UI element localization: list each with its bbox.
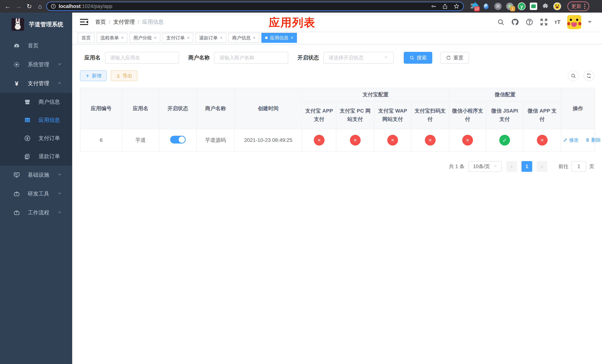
close-icon[interactable]: × [253,35,256,40]
sidebar-item-system[interactable]: 系统管理 [0,55,72,74]
close-icon[interactable]: × [121,35,124,40]
sidebar-item-app-info[interactable]: 应用信息 [0,111,72,129]
browser-home-button[interactable]: ⌂ [35,2,44,11]
tab-home[interactable]: 首页 [78,33,94,43]
extension-pin-icon[interactable] [482,2,490,10]
page-number-active[interactable]: 1 [521,161,532,172]
close-icon[interactable]: × [220,35,223,40]
extension-camera-icon[interactable]: 1 [506,2,514,10]
sidebar-item-merchant-info[interactable]: 商户信息 [0,93,72,111]
extension-tampermonkey-icon[interactable]: 10 [470,2,478,10]
help-icon[interactable] [526,18,533,26]
next-page-button[interactable]: › [537,161,547,172]
cell-merchant: 芋道源码 [197,129,234,151]
plus-icon [85,73,90,78]
channel-status-icon[interactable]: × [350,135,361,146]
channel-status-icon[interactable]: ✓ [499,135,510,146]
user-avatar[interactable] [567,15,581,29]
github-icon[interactable] [511,18,519,26]
extension-emoji-icon[interactable] [553,2,561,10]
cell-wechat-app: × [523,129,561,151]
merchant-name-input[interactable] [214,52,288,64]
browser-back-button[interactable]: ← [3,2,12,11]
channel-status-icon[interactable]: × [537,135,548,146]
channel-status-icon[interactable]: × [462,135,473,146]
sidebar-item-home[interactable]: 首页 [0,36,72,55]
search-icon[interactable] [497,18,505,26]
reset-button[interactable]: 重置 [441,52,469,64]
yen-icon: ¥ [13,80,20,87]
goto-page-input[interactable] [571,161,586,172]
user-menu-caret-icon[interactable] [588,21,592,23]
sidebar-item-workflow[interactable]: 工作流程 [0,203,72,222]
tab-refund-order[interactable]: 退款订单× [195,33,226,43]
tab-app-info-active[interactable]: 应用信息× [261,33,297,43]
document-icon [24,153,31,160]
browser-forward-button[interactable]: → [14,2,23,11]
edit-button[interactable]: 修改 [563,137,579,143]
cell-status [159,129,197,151]
site-info-icon[interactable] [51,3,56,9]
status-toggle[interactable] [170,136,186,143]
chevron-down-icon [57,191,62,197]
sidebar-item-dev-tools[interactable]: 研发工具 [0,184,72,203]
col-alipay-pc: 支付宝 PC 网站支付 [336,101,374,129]
address-bar[interactable]: localhost:1024/pay/app [46,2,464,11]
extension-yudao-icon[interactable]: y [518,2,526,10]
col-status: 开启状态 [159,88,197,129]
channel-status-icon[interactable]: × [314,135,324,146]
breadcrumb-home[interactable]: 首页 [95,18,106,26]
col-alipay-qr: 支付宝扫码支付 [411,101,449,129]
tags-view-bar: 首页 流程表单× 用户分组× 支付订单× 退款订单× 商户信息× 应用信息× [72,32,602,44]
col-alipay-wap: 支付宝 WAP 网站支付 [374,101,411,129]
trash-icon [585,138,590,142]
channel-status-icon[interactable]: × [387,135,398,146]
refresh-table-button[interactable] [583,70,594,81]
close-icon[interactable]: × [187,35,190,40]
extension-chat-icon[interactable] [530,2,538,10]
prev-page-button[interactable]: ‹ [506,161,517,172]
yen-circle-icon [24,135,31,142]
bookmark-star-icon[interactable] [453,3,460,9]
search-button[interactable]: 搜索 [404,52,432,64]
tab-user-group[interactable]: 用户分组× [129,33,160,43]
extensions-puzzle-icon[interactable] [541,2,549,10]
col-wechat-app: 微信 APP 支付 [523,101,561,129]
password-key-icon[interactable] [430,3,437,9]
app-logo-row[interactable]: 芋道管理系统 [0,13,72,36]
breadcrumb-pay[interactable]: 支付管理 [113,18,135,26]
search-icon [570,73,576,78]
cell-actions: 修改 删除 [561,129,595,151]
sidebar-item-pay[interactable]: ¥ 支付管理 [0,74,72,93]
font-size-icon[interactable]: ᴛT [554,19,560,25]
browser-reload-button[interactable]: ↻ [25,2,34,11]
page-size-select[interactable]: 10条/页 [469,161,502,172]
extension-command-icon[interactable]: ⌘ [494,2,502,10]
share-icon[interactable] [442,3,448,9]
cell-alipay-qr: × [411,129,449,151]
browser-menu-icon[interactable] [584,4,585,9]
channel-status-icon[interactable]: × [425,135,436,146]
close-icon[interactable]: × [291,35,293,40]
url-text[interactable]: localhost:1024/pay/app [59,3,425,9]
page-content: 应用名 商户名称 开启状态 请选择开启状态 搜索 [72,44,602,364]
status-select[interactable]: 请选择开启状态 [323,52,394,64]
sidebar-item-refund-order[interactable]: 退款订单 [0,147,72,166]
collapse-sidebar-icon[interactable] [80,19,88,25]
browser-update-button[interactable]: 更新 [567,1,589,11]
cell-alipay-wap: × [374,129,411,151]
app-name-input[interactable] [105,52,179,64]
sidebar: 芋道管理系统 首页 系统管理 [0,13,72,364]
close-icon[interactable]: × [154,35,157,40]
toggle-search-button[interactable] [568,70,579,81]
add-button[interactable]: 新增 [80,70,107,81]
tab-pay-order[interactable]: 支付订单× [162,33,193,43]
fullscreen-icon[interactable] [540,18,548,26]
sidebar-item-pay-order[interactable]: 支付订单 [0,129,72,147]
group-wechat-config: 微信配置 [449,88,561,101]
export-button[interactable]: 导出 [111,70,137,81]
tab-process-form[interactable]: 流程表单× [97,33,127,43]
delete-button[interactable]: 删除 [585,137,601,143]
tab-merchant-info[interactable]: 商户信息× [228,33,259,43]
sidebar-item-infra[interactable]: 基础设施 [0,166,72,184]
